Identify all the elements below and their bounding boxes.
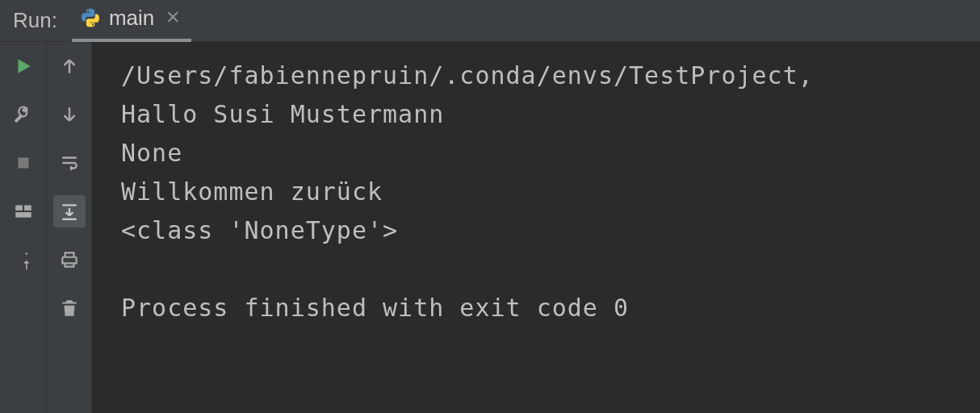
down-arrow-button[interactable] (53, 98, 86, 131)
console-output[interactable]: /Users/fabiennepruin/.conda/envs/TestPro… (92, 42, 980, 413)
pin-button[interactable] (7, 244, 40, 276)
python-icon (80, 7, 101, 28)
console-action-rail (47, 42, 92, 413)
left-action-rail (0, 42, 47, 413)
scroll-to-end-button[interactable] (53, 195, 86, 227)
wrench-button[interactable] (7, 98, 40, 131)
svg-rect-1 (15, 205, 23, 210)
tab-label: main (109, 6, 154, 31)
layout-button[interactable] (7, 195, 40, 227)
tab-main[interactable]: main ✕ (72, 1, 191, 42)
console-line: <class 'NoneType'> (121, 211, 980, 250)
console-line: None (121, 134, 980, 173)
exit-code-line: Process finished with exit code 0 (121, 289, 980, 327)
stop-button[interactable] (7, 147, 40, 179)
close-tab-icon[interactable]: ✕ (162, 7, 183, 28)
print-button[interactable] (53, 244, 86, 276)
svg-rect-3 (15, 212, 31, 218)
run-label: Run: (13, 8, 57, 33)
soft-wrap-button[interactable] (53, 147, 86, 179)
run-toolbar: Run: main ✕ (0, 0, 980, 42)
console-blank-line (121, 250, 980, 289)
console-line: Hallo Susi Mustermann (121, 95, 980, 134)
up-arrow-button[interactable] (53, 50, 86, 82)
console-line: /Users/fabiennepruin/.conda/envs/TestPro… (121, 56, 980, 95)
run-button[interactable] (7, 50, 40, 82)
svg-rect-0 (18, 158, 28, 169)
svg-rect-2 (24, 205, 31, 210)
trash-button[interactable] (53, 292, 86, 324)
console-line: Willkommen zurück (121, 173, 980, 211)
